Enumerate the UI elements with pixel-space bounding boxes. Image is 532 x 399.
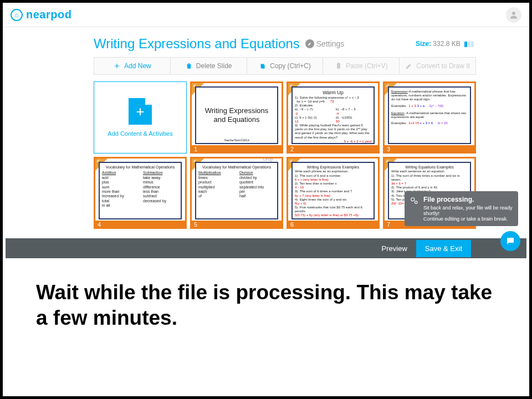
copy-icon [259,62,267,70]
list-item: divided byquotientseparated intoperhalf [239,176,275,199]
slide-6[interactable]: Writing Expressions Examples Write each … [287,157,380,229]
list-item: take awayminusdifferenceless thansubtrac… [143,176,178,203]
brand-logo[interactable]: ⌂ nearpod [11,8,71,21]
settings-button[interactable]: Settings [305,39,345,48]
top-bar: ⌂ nearpod [3,3,529,27]
size-display: Size: 332.8 KB [416,40,474,48]
add-content-label: Add Content & Activities [108,130,172,137]
toast-line: Continue editing or take a brain break. [423,216,513,222]
slide-2[interactable]: Warm Up 1). Solve the following expressi… [287,81,380,154]
brand-name: nearpod [26,8,71,21]
list-item: addplussummore thanincreased bytotalin a… [102,176,137,208]
size-value: 332.8 KB [433,40,460,48]
slide-number: 5 [194,221,197,228]
instruction-caption: Wait while the file is processing. This … [36,280,496,331]
slide-3[interactable]: Expression-A mathematical phrase that ha… [383,81,476,154]
size-meter [464,42,474,47]
file-processing-toast: File processing. Sit back and relax, you… [405,191,518,226]
copy-button[interactable]: Copy (Ctrl+C) [247,58,324,74]
action-bar: Preview Save & Exit [6,238,526,258]
slide-4[interactable]: Vocabulary for Mathematical Operations A… [94,157,187,229]
slide-content: Writing Expressions and Equations Teache… [195,86,278,144]
toast-line: Sit back and relax, your file will be re… [423,205,513,216]
add-content-tile[interactable]: + Add Content & Activities [94,81,187,154]
chat-fab[interactable] [500,231,520,251]
paste-icon [335,62,342,70]
slide-title: Writing Expressions and Equations [198,106,275,124]
slide-number: 1 [194,146,197,153]
slide-title: Vocabulary for Mathematical Operations [198,165,275,170]
settings-label: Settings [316,39,345,48]
save-exit-button[interactable]: Save & Exit [416,240,471,257]
slide-1[interactable]: Writing Expressions and Equations Teache… [190,81,283,154]
title-bar: Writing Expressions and Equations Settin… [3,36,529,52]
lesson-title: Writing Expressions and Equations [94,36,300,52]
gears-icon [409,196,419,207]
paste-label: Paste (Ctrl+V) [346,62,388,70]
pencil-icon [305,39,314,48]
plus-icon [113,62,121,70]
drop-hint: Drop [263,157,273,162]
slide-number: 3 [387,146,390,153]
slide-5[interactable]: Vocabulary for Mathematical Operations M… [190,157,283,229]
slide-number: 7 [387,221,390,228]
slide-title: Writing Equations Examples [391,165,468,170]
slide-title: Writing Expressions Examples [295,165,371,170]
user-icon [509,10,519,20]
slide-content: Vocabulary for Mathematical Operations A… [99,162,182,219]
toast-title: File processing. [423,196,513,203]
slide-title: Warm Up [295,90,371,96]
svg-point-2 [415,201,418,204]
list-item: timesproductmultipliedeachof [198,176,234,199]
svg-point-1 [411,198,415,201]
delete-slide-button[interactable]: Delete Slide [171,58,247,74]
avatar[interactable] [506,7,521,23]
size-label: Size: [416,40,431,48]
chat-icon [505,236,515,246]
convert-button: Convert to Draw It [400,58,475,74]
slide-number: 4 [98,221,101,228]
slide-title: Vocabulary for Mathematical Operations [102,165,178,170]
add-new-button[interactable]: Add New [94,58,171,74]
slide-content: Vocabulary for Mathematical Operations M… [195,162,278,219]
slide-content: Warm Up 1). Solve the following expressi… [291,86,375,144]
slide-content: Expression-A mathematical phrase that ha… [388,86,471,144]
logo-icon: ⌂ [11,9,23,21]
slide-number: 2 [290,146,294,153]
slide-number: 6 [290,221,294,228]
document-plus-icon: + [129,98,152,125]
toolbar: Add New Delete Slide Copy (Ctrl+C) Paste… [94,57,476,75]
pencil-icon [405,62,413,70]
svg-point-0 [512,12,515,15]
paste-button: Paste (Ctrl+V) [323,58,400,74]
trash-icon [185,62,193,70]
add-new-label: Add New [124,62,151,70]
copy-label: Copy (Ctrl+C) [270,62,311,70]
convert-label: Convert to Draw It [416,62,470,70]
preview-button[interactable]: Preview [382,244,407,253]
slide-content: Writing Expressions Examples Write each … [291,162,375,219]
delete-label: Delete Slide [196,62,232,70]
slide-footer: TeacherTwins©2014 [196,139,277,142]
